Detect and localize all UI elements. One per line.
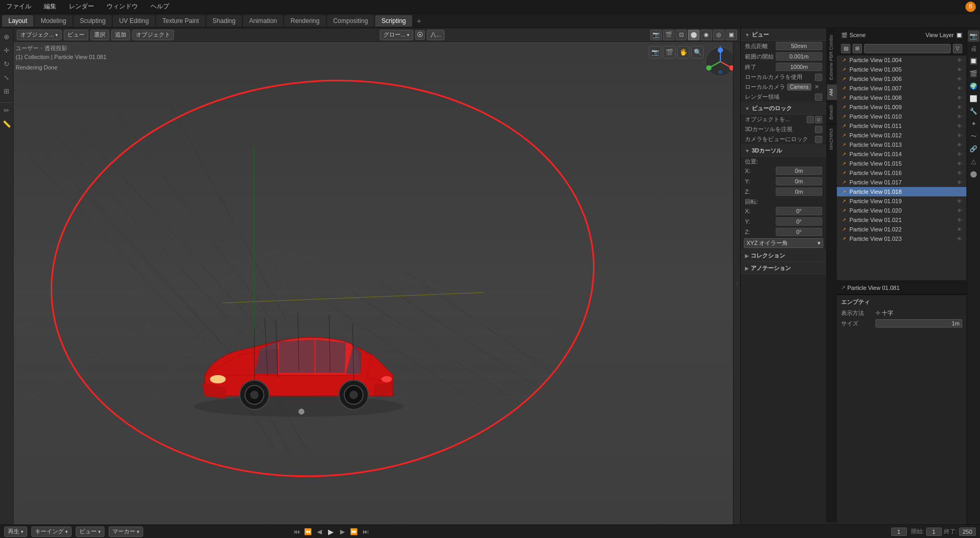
vert-tab-bmesh[interactable]: Bmesh (827, 100, 837, 124)
menu-help[interactable]: ヘルプ (148, 1, 171, 12)
keying-menu[interactable]: キーイング (31, 527, 72, 537)
tool-rotate[interactable]: ↻ (1, 57, 13, 70)
vert-tab-extreme[interactable]: Extreme PBR Combo (827, 30, 837, 84)
axis-gizmo[interactable]: Z X Y (705, 46, 736, 77)
add-menu[interactable]: 追加 (111, 30, 130, 40)
viewport-shading-wire[interactable]: ⊡ (675, 30, 687, 40)
add-workspace-button[interactable]: + (413, 15, 425, 27)
outliner-item-pv021[interactable]: ↗Particle View 01.021👁 (837, 215, 966, 225)
outliner-filter-icon[interactable]: ▽ (953, 44, 962, 53)
play-btn[interactable]: ▶ (326, 527, 336, 536)
outliner-item-eye-pv015[interactable]: 👁 (957, 161, 962, 167)
collection-section-header[interactable]: ▶ コレクション (741, 249, 826, 262)
outliner-item-eye-pv020[interactable]: 👁 (957, 208, 962, 214)
outliner-item-pv020[interactable]: ↗Particle View 01.020👁 (837, 206, 966, 215)
icon-modifiers[interactable]: 🔧 (968, 106, 979, 117)
menu-render[interactable]: レンダー (67, 1, 96, 12)
outliner-item-eye-pv014[interactable]: 👁 (957, 151, 962, 157)
icon-world[interactable]: 🌍 (968, 80, 979, 92)
outliner-item-pv015[interactable]: ↗Particle View 01.015👁 (837, 159, 966, 168)
outliner-item-eye-pv008[interactable]: 👁 (957, 95, 962, 101)
jump-end-btn[interactable]: ⏭ (361, 527, 370, 536)
render-region-checkbox[interactable] (815, 93, 822, 101)
viewport-canvas[interactable]: .gridline { stroke: #505050; stroke-widt… (14, 42, 740, 524)
icon-material[interactable]: ⬤ (968, 168, 979, 180)
outliner-item-eye-pv006[interactable]: 👁 (957, 76, 962, 82)
viewport-shading-material[interactable]: ◉ (701, 30, 712, 40)
tab-uv-editing[interactable]: UV Editing (113, 15, 155, 27)
outliner-item-pv011[interactable]: ↗Particle View 01.011👁 (837, 121, 966, 131)
outliner-item-eye-pv016[interactable]: 👁 (957, 170, 962, 176)
outliner-item-pv022[interactable]: ↗Particle View 01.022👁 (837, 225, 966, 234)
camera-close-btn[interactable]: ✕ (814, 84, 819, 90)
icon-constraints[interactable]: 🔗 (968, 143, 979, 155)
tool-scale[interactable]: ⤡ (1, 71, 13, 84)
jump-start-btn[interactable]: ⏮ (292, 527, 301, 536)
tab-texture-paint[interactable]: Texture Paint (156, 15, 205, 27)
viewport-shading-render[interactable]: ◎ (713, 30, 725, 40)
tab-modeling[interactable]: Modeling (34, 15, 73, 27)
camera-badge[interactable]: Camera (787, 84, 811, 90)
end-frame[interactable]: 250 (959, 528, 976, 536)
tool-annotate[interactable]: ✏ (1, 104, 13, 116)
object-lock-checkbox[interactable] (807, 116, 814, 123)
render-view-icon[interactable]: 🎬 (663, 30, 674, 40)
outliner-item-pv016[interactable]: ↗Particle View 01.016👁 (837, 168, 966, 178)
tab-compositing[interactable]: Compositing (327, 15, 375, 27)
view-menu[interactable]: ビュー (64, 30, 88, 40)
tool-transform[interactable]: ⊞ (1, 85, 13, 97)
camera-to-view-checkbox[interactable] (815, 136, 822, 143)
outliner-item-pv017[interactable]: ↗Particle View 01.017👁 (837, 178, 966, 187)
outliner-item-eye-pv023[interactable]: 👁 (957, 236, 962, 242)
outliner-item-pv004[interactable]: ↗Particle View 01.004👁 (837, 55, 966, 65)
jump-next-btn[interactable]: ⏩ (349, 527, 359, 536)
vert-tab-am[interactable]: AM (827, 84, 837, 100)
object-lock-picker[interactable]: ⊙ (815, 116, 822, 123)
outliner-item-eye-pv022[interactable]: 👁 (957, 227, 962, 232)
pos-y-value[interactable]: 0m (776, 177, 822, 185)
tab-shading[interactable]: Shading (206, 15, 242, 27)
object-menu[interactable]: オブジェクト (132, 30, 174, 40)
hand-icon[interactable]: 🖐 (677, 46, 690, 59)
outliner-item-pv012[interactable]: ↗Particle View 01.012👁 (837, 131, 966, 140)
icon-view-layer[interactable]: 🔲 (968, 55, 979, 67)
outliner-display-btn[interactable]: ⊞ (853, 44, 862, 53)
icon-render[interactable]: 📷 (968, 30, 979, 42)
tab-sculpting[interactable]: Sculpting (74, 15, 112, 27)
outliner-item-pv007[interactable]: ↗Particle View 01.007👁 (837, 84, 966, 93)
tool-cursor[interactable]: ⊕ (1, 30, 13, 43)
rot-y-value[interactable]: 0° (776, 217, 822, 226)
proportional-edit[interactable]: 八... (427, 30, 445, 40)
clip-end-value[interactable]: 1000m (776, 63, 822, 71)
transform-dropdown[interactable]: グロー... (380, 30, 413, 40)
outliner-item-pv018[interactable]: ↗Particle View 01.018👁 (837, 187, 966, 196)
start-frame[interactable]: 1 (926, 528, 942, 536)
select-menu[interactable]: 選択 (90, 30, 109, 40)
menu-file[interactable]: ファイル (4, 1, 33, 12)
outliner-item-eye-pv007[interactable]: 👁 (957, 86, 962, 91)
view-menu-bottom[interactable]: ビュー (76, 527, 104, 537)
tab-layout[interactable]: Layout (2, 15, 33, 27)
scene-selector[interactable]: 🎬 Scene (841, 32, 900, 38)
film-icon[interactable]: 🎬 (663, 46, 675, 59)
outliner-item-pv023[interactable]: ↗Particle View 01.023👁 (837, 234, 966, 243)
focal-length-value[interactable]: 50mm (776, 42, 822, 50)
rot-x-value[interactable]: 0° (776, 207, 822, 215)
outliner-item-pv013[interactable]: ↗Particle View 01.013👁 (837, 140, 966, 149)
outliner-item-eye-pv011[interactable]: 👁 (957, 123, 962, 129)
vert-tab-machin3[interactable]: MACHIN3 (827, 124, 837, 154)
view-section-header[interactable]: ▼ ビュー (741, 28, 826, 41)
icon-physics[interactable]: 〜 (968, 131, 979, 142)
cursor-3d-checkbox[interactable] (815, 126, 822, 133)
marker-menu[interactable]: マーカー (109, 527, 143, 537)
annotation-section-header[interactable]: ▶ アノテーション (741, 262, 826, 274)
playback-menu[interactable]: 再生 (4, 527, 27, 537)
view-lock-header[interactable]: ▼ ビューのロック (741, 102, 826, 114)
outliner-item-eye-pv010[interactable]: 👁 (957, 114, 962, 120)
outliner-item-eye-pv004[interactable]: 👁 (957, 57, 962, 63)
tab-rendering[interactable]: Rendering (284, 15, 325, 27)
outliner-item-pv005[interactable]: ↗Particle View 01.005👁 (837, 65, 966, 74)
size-value[interactable]: 1m (876, 319, 962, 328)
current-frame-display[interactable]: 1 (891, 528, 907, 536)
outliner-item-pv019[interactable]: ↗Particle View 01.019👁 (837, 196, 966, 206)
